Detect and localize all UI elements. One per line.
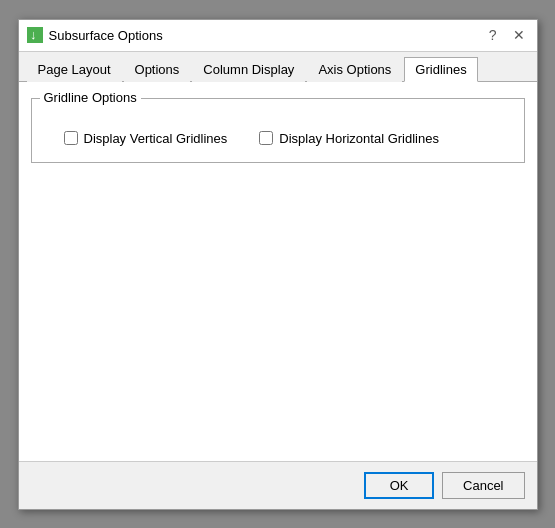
cancel-button[interactable]: Cancel [442,472,524,499]
tab-gridlines[interactable]: Gridlines [404,57,477,82]
help-button[interactable]: ? [485,28,501,42]
vertical-gridlines-checkbox[interactable] [64,131,78,145]
vertical-gridlines-label: Display Vertical Gridlines [84,131,228,146]
app-icon: ↓ [27,27,43,43]
dialog-title: Subsurface Options [49,28,163,43]
svg-text:↓: ↓ [30,27,37,42]
tab-content: Gridline Options Display Vertical Gridli… [19,81,537,461]
checkbox-row: Display Vertical Gridlines Display Horiz… [48,127,508,150]
tab-axis-options[interactable]: Axis Options [307,57,402,82]
title-bar: ↓ Subsurface Options ? ✕ [19,20,537,52]
horizontal-gridlines-checkbox-item[interactable]: Display Horizontal Gridlines [259,131,439,146]
close-button[interactable]: ✕ [509,28,529,42]
tab-options[interactable]: Options [124,57,191,82]
tab-bar: Page Layout Options Column Display Axis … [19,52,537,82]
horizontal-gridlines-checkbox[interactable] [259,131,273,145]
ok-button[interactable]: OK [364,472,434,499]
horizontal-gridlines-label: Display Horizontal Gridlines [279,131,439,146]
vertical-gridlines-checkbox-item[interactable]: Display Vertical Gridlines [64,131,228,146]
dialog-window: ↓ Subsurface Options ? ✕ Page Layout Opt… [18,19,538,510]
title-bar-left: ↓ Subsurface Options [27,27,163,43]
tab-column-display[interactable]: Column Display [192,57,305,82]
gridline-options-group: Gridline Options Display Vertical Gridli… [31,98,525,163]
tab-page-layout[interactable]: Page Layout [27,57,122,82]
group-box-title: Gridline Options [40,90,141,105]
dialog-footer: OK Cancel [19,461,537,509]
title-bar-controls: ? ✕ [485,28,529,42]
